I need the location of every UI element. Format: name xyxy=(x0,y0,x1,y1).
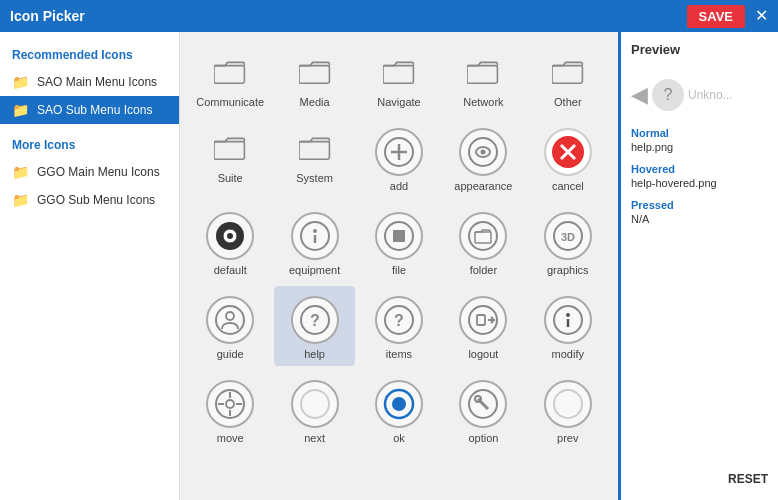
folder-icon: 📁 xyxy=(12,74,29,90)
icon-cell-guide[interactable]: guide xyxy=(190,286,270,366)
option-icon xyxy=(459,380,507,428)
media-label: Media xyxy=(300,96,330,108)
default-label: default xyxy=(214,264,247,276)
network-icon xyxy=(459,52,507,92)
icon-cell-ok[interactable]: ok xyxy=(359,370,439,450)
media-icon xyxy=(291,52,339,92)
icon-cell-option[interactable]: option xyxy=(443,370,523,450)
prev-icon xyxy=(544,380,592,428)
icon-cell-modify[interactable]: modify xyxy=(528,286,608,366)
prev-label: prev xyxy=(557,432,578,444)
communicate-icon xyxy=(206,52,254,92)
sidebar-label-sao-main: SAO Main Menu Icons xyxy=(37,75,157,89)
file-icon xyxy=(375,212,423,260)
folder-icon: 📁 xyxy=(12,192,29,208)
folder-icon: 📁 xyxy=(12,164,29,180)
more-section-title: More Icons xyxy=(0,132,179,158)
help-icon: ? xyxy=(291,296,339,344)
svg-rect-23 xyxy=(393,230,405,242)
equipment-label: equipment xyxy=(289,264,340,276)
modify-icon xyxy=(544,296,592,344)
icon-cell-media[interactable]: Media xyxy=(274,42,354,114)
svg-point-38 xyxy=(566,313,570,317)
icon-cell-cancel[interactable]: cancel xyxy=(528,118,608,198)
svg-point-48 xyxy=(392,397,406,411)
icon-cell-default[interactable]: default xyxy=(190,202,270,282)
icon-grid-area: CommunicateMediaNavigateNetworkOtherSuit… xyxy=(180,32,618,500)
other-icon xyxy=(544,52,592,92)
sidebar-label-ggo-main: GGO Main Menu Icons xyxy=(37,165,160,179)
logout-icon xyxy=(459,296,507,344)
svg-text:3D: 3D xyxy=(561,231,575,243)
sidebar-item-ggo-main[interactable]: 📁 GGO Main Menu Icons xyxy=(0,158,179,186)
sidebar-label-ggo-sub: GGO Sub Menu Icons xyxy=(37,193,155,207)
icon-grid: CommunicateMediaNavigateNetworkOtherSuit… xyxy=(190,42,608,450)
sidebar-item-sao-main[interactable]: 📁 SAO Main Menu Icons xyxy=(0,68,179,96)
communicate-label: Communicate xyxy=(196,96,264,108)
svg-rect-0 xyxy=(214,66,244,84)
svg-rect-5 xyxy=(214,142,244,160)
navigate-icon xyxy=(375,52,423,92)
icon-cell-move[interactable]: move xyxy=(190,370,270,450)
move-icon xyxy=(206,380,254,428)
save-button[interactable]: SAVE xyxy=(687,5,745,28)
icon-cell-add[interactable]: add xyxy=(359,118,439,198)
sidebar-item-sao-sub[interactable]: 📁 SAO Sub Menu Icons xyxy=(0,96,179,124)
suite-icon xyxy=(206,128,254,168)
svg-point-12 xyxy=(481,150,486,155)
svg-point-18 xyxy=(227,233,233,239)
icon-cell-items[interactable]: ?items xyxy=(359,286,439,366)
icon-cell-help[interactable]: ?help xyxy=(274,286,354,366)
icon-cell-prev[interactable]: prev xyxy=(528,370,608,450)
icon-cell-folder[interactable]: folder xyxy=(443,202,523,282)
guide-label: guide xyxy=(217,348,244,360)
icon-cell-navigate[interactable]: Navigate xyxy=(359,42,439,114)
default-icon xyxy=(206,212,254,260)
ok-icon xyxy=(375,380,423,428)
svg-rect-25 xyxy=(475,232,491,243)
icon-cell-other[interactable]: Other xyxy=(528,42,608,114)
normal-label: Normal xyxy=(631,127,768,139)
svg-point-29 xyxy=(226,312,234,320)
equipment-icon xyxy=(291,212,339,260)
cancel-label: cancel xyxy=(552,180,584,192)
folder-icon: 📁 xyxy=(12,102,29,118)
cancel-icon xyxy=(544,128,592,176)
sidebar-label-sao-sub: SAO Sub Menu Icons xyxy=(37,103,152,117)
normal-value: help.png xyxy=(631,141,768,153)
sidebar-item-ggo-sub[interactable]: 📁 GGO Sub Menu Icons xyxy=(0,186,179,214)
icon-cell-next[interactable]: next xyxy=(274,370,354,450)
icon-cell-file[interactable]: file xyxy=(359,202,439,282)
recommended-section-title: Recommended Icons xyxy=(0,42,179,68)
svg-text:?: ? xyxy=(310,312,320,329)
icon-cell-communicate[interactable]: Communicate xyxy=(190,42,270,114)
navigate-label: Navigate xyxy=(377,96,420,108)
icon-cell-appearance[interactable]: appearance xyxy=(443,118,523,198)
network-label: Network xyxy=(463,96,503,108)
svg-rect-1 xyxy=(299,66,329,84)
icon-cell-equipment[interactable]: equipment xyxy=(274,202,354,282)
help-label: help xyxy=(304,348,325,360)
svg-rect-35 xyxy=(477,315,485,325)
icon-cell-suite[interactable]: Suite xyxy=(190,118,270,198)
reset-button[interactable]: RESET xyxy=(728,468,768,490)
icon-cell-graphics[interactable]: 3Dgraphics xyxy=(528,202,608,282)
icon-cell-logout[interactable]: logout xyxy=(443,286,523,366)
file-label: file xyxy=(392,264,406,276)
suite-label: Suite xyxy=(218,172,243,184)
icon-cell-network[interactable]: Network xyxy=(443,42,523,114)
icon-cell-system[interactable]: System xyxy=(274,118,354,198)
preview-icon-area: ◀ ? Unkno... xyxy=(631,79,768,111)
preview-icon-circle: ? xyxy=(652,79,684,111)
close-button[interactable]: ✕ xyxy=(755,8,768,24)
move-label: move xyxy=(217,432,244,444)
guide-icon xyxy=(206,296,254,344)
sidebar: Recommended Icons 📁 SAO Main Menu Icons … xyxy=(0,32,180,500)
logout-label: logout xyxy=(468,348,498,360)
ok-label: ok xyxy=(393,432,405,444)
svg-point-52 xyxy=(554,390,582,418)
items-label: items xyxy=(386,348,412,360)
folder-label: folder xyxy=(470,264,498,276)
graphics-label: graphics xyxy=(547,264,589,276)
svg-point-41 xyxy=(226,400,234,408)
